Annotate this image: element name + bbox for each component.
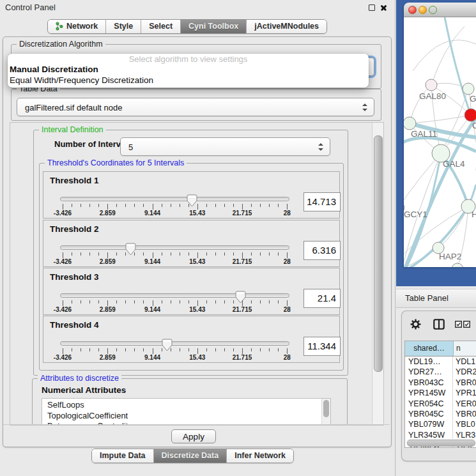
node-label: GCY1	[404, 210, 427, 219]
cell-shared-name[interactable]: YDR27…	[405, 367, 453, 377]
table-hscrollbar-thumb[interactable]	[407, 440, 475, 447]
bottom-tab-infer-network[interactable]: Infer Network	[227, 449, 293, 463]
slider-tick	[81, 252, 81, 256]
tab-select[interactable]: Select	[141, 20, 181, 33]
numerical-attributes-list[interactable]: SelfLoopsTopologicalCoefficientBetweenne…	[42, 398, 331, 426]
cell-name[interactable]: YER0	[453, 399, 476, 409]
slider-tick	[89, 300, 90, 303]
table-hscrollbar[interactable]	[406, 439, 476, 446]
tab-label: Discretize Data	[162, 451, 219, 460]
node-label: HAP2	[439, 252, 461, 261]
table-panel-title: Table Panel	[396, 289, 476, 307]
cell-shared-name[interactable]: YBR043C	[405, 378, 453, 388]
attribute-list-item[interactable]: TopologicalCoefficient	[47, 411, 330, 422]
threshold-slider[interactable]: -3.4262.8599.14415.4321.71528	[43, 316, 339, 362]
slider-track[interactable]	[60, 245, 289, 250]
network-node-node-top-right[interactable]	[463, 83, 474, 95]
list-scrollbar[interactable]	[321, 399, 330, 426]
table-data-combobox[interactable]: galFiltered.sif default node	[17, 98, 374, 116]
slider-track[interactable]	[60, 341, 289, 346]
gear-icon[interactable]	[410, 319, 421, 330]
slider-tick	[153, 252, 153, 258]
threshold-slider[interactable]: -3.4262.8599.14415.4321.71528	[43, 268, 339, 314]
column-header-name[interactable]: n	[454, 341, 476, 356]
cell-name[interactable]: YBR0	[453, 409, 476, 419]
table-row[interactable]: YBR045CYBR0	[405, 409, 476, 419]
list-scrollbar-thumb[interactable]	[323, 400, 329, 417]
network-node-gal80[interactable]	[426, 79, 437, 91]
show-columns-icon[interactable]	[433, 319, 445, 330]
slider-tick	[125, 204, 126, 207]
slider-tick	[260, 348, 261, 351]
threshold-value-field[interactable]: 21.4	[303, 289, 341, 308]
tab-cyni-toolbox[interactable]: Cyni Toolbox	[181, 20, 247, 33]
slider-tick	[98, 300, 99, 303]
table-row[interactable]: YBR043CYBR0	[405, 378, 476, 388]
threshold-value-field[interactable]: 11.344	[303, 337, 341, 356]
checkbox-icon[interactable]	[455, 321, 462, 328]
cell-shared-name[interactable]: YER054C	[405, 399, 453, 409]
slider-tick	[260, 300, 261, 303]
slider-tick	[188, 348, 189, 351]
cell-shared-name[interactable]: YDL19…	[405, 357, 453, 367]
table-row[interactable]: YPR145WYPR1	[405, 388, 476, 398]
network-node-node-bottom[interactable]	[452, 263, 463, 267]
slider-tick	[224, 300, 225, 303]
bottom-tab-discretize-data[interactable]: Discretize Data	[154, 449, 227, 463]
threshold-value-field[interactable]: 6.316	[303, 241, 341, 260]
table-row[interactable]: YBL079WYBL0	[405, 419, 476, 429]
slider-track[interactable]	[60, 293, 289, 298]
cell-name[interactable]: YPR1	[453, 388, 476, 398]
tab-network[interactable]: Network	[48, 20, 106, 33]
threshold-panel: Threshold 4 -3.4262.8599.14415.4321.7152…	[43, 316, 340, 363]
threshold-slider[interactable]: -3.4262.8599.14415.4321.71528	[43, 172, 339, 218]
panel-scrollbar-thumb[interactable]	[374, 135, 383, 372]
tab-jactivemnodules[interactable]: jActiveMNodules	[247, 20, 326, 33]
network-node-node-red-selected[interactable]	[464, 109, 476, 121]
slider-tick	[107, 204, 108, 210]
cell-shared-name[interactable]: YBR045C	[405, 409, 453, 419]
minimize-traffic-light-icon[interactable]	[418, 6, 427, 14]
attribute-list-item[interactable]: SelfLoops	[47, 400, 330, 411]
cell-name[interactable]: YDL1	[453, 357, 476, 367]
cell-name[interactable]: YDR2	[453, 367, 476, 377]
slider-thumb-icon[interactable]	[162, 339, 173, 351]
slider-tick-label: 21.715	[225, 258, 259, 265]
cell-name[interactable]: YBL0	[453, 419, 476, 429]
network-edge[interactable]	[445, 17, 471, 115]
column-header-shared-name[interactable]: shared…	[405, 341, 454, 356]
close-icon[interactable]	[380, 4, 387, 11]
network-edge[interactable]	[413, 40, 476, 71]
close-traffic-light-icon[interactable]	[408, 6, 417, 14]
slider-tick	[162, 204, 162, 207]
slider-thumb-icon[interactable]	[235, 291, 246, 303]
slider-tick	[143, 204, 144, 207]
network-node-gal11[interactable]	[404, 117, 416, 130]
cell-shared-name[interactable]: YPR145W	[405, 388, 453, 398]
slider-tick	[134, 300, 135, 303]
checkbox-icon[interactable]	[463, 321, 470, 328]
popup-option[interactable]: Manual Discretization	[8, 65, 369, 75]
tab-style[interactable]: Style	[106, 20, 141, 33]
cell-name[interactable]: YBR0	[453, 378, 476, 388]
table-row[interactable]: YDR27…YDR2	[405, 367, 476, 377]
cell-shared-name[interactable]: YBL079W	[405, 419, 453, 429]
bottom-tab-impute-data[interactable]: Impute Data	[92, 449, 154, 463]
combo-arrows-icon	[362, 104, 367, 111]
popup-option[interactable]: Equal Width/Frequency Discretization	[8, 75, 369, 86]
float-window-icon[interactable]	[369, 4, 375, 11]
threshold-value-field[interactable]: 14.713	[303, 192, 341, 211]
network-view-canvas[interactable]: GAL80GACGAL11GAL4GCY1HHAP2	[404, 17, 476, 267]
network-edge[interactable]	[410, 115, 471, 123]
panel-scrollbar[interactable]	[372, 123, 383, 425]
slider-tick	[251, 300, 252, 303]
table-row[interactable]: YDL19…YDL1	[405, 357, 476, 367]
table-row[interactable]: YER054CYER0	[405, 399, 476, 409]
network-window-titlebar[interactable]	[404, 3, 476, 17]
slider-track[interactable]	[60, 197, 289, 201]
slider-tick	[224, 204, 225, 207]
threshold-slider[interactable]: -3.4262.8599.14415.4321.71528	[43, 220, 339, 266]
apply-button[interactable]: Apply	[171, 429, 216, 443]
number-of-intervals-combobox[interactable]: 5	[120, 137, 330, 156]
zoom-traffic-light-icon[interactable]	[429, 6, 437, 14]
